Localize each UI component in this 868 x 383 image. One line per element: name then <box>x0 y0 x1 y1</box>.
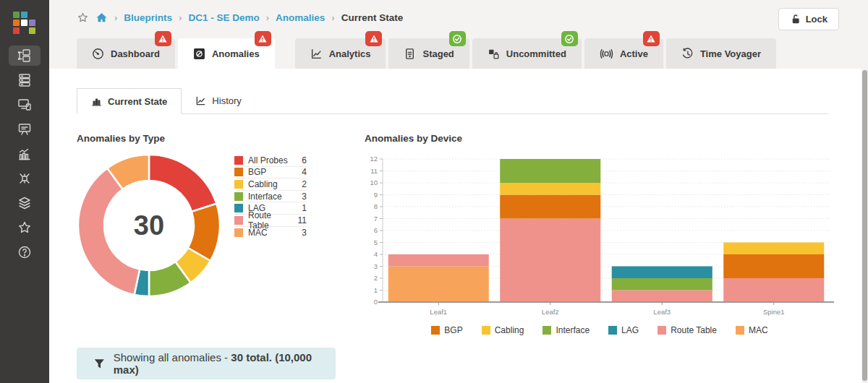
y-axis-tick-label: 2 <box>374 274 378 282</box>
y-axis-tick-label: 6 <box>374 226 378 234</box>
anomalies-by-device-bar-chart[interactable]: 0123456789101112Leaf1Leaf2Leaf3Spine1 <box>365 153 835 319</box>
legend-swatch <box>234 204 243 212</box>
sidebar-item-resources[interactable] <box>9 119 41 139</box>
legend-count: 3 <box>302 192 307 202</box>
bar-spine1-cabling[interactable] <box>723 243 824 255</box>
legend-count: 1 <box>302 203 307 213</box>
bar-leaf3-interface[interactable] <box>612 278 712 291</box>
sidebar-item-favorites[interactable] <box>9 218 41 238</box>
legend-label: LAG <box>621 325 639 335</box>
bar-leaf2-interface[interactable] <box>500 159 600 183</box>
bar-leaf3-route-table[interactable] <box>612 291 712 303</box>
sidebar-item-platform[interactable] <box>9 193 41 213</box>
bar-legend-item-mac: MAC <box>736 325 768 335</box>
legend-item-interface: Interface3 <box>234 191 307 203</box>
tab-staged[interactable]: Staged <box>388 38 469 69</box>
legend-swatch <box>234 156 243 165</box>
bar-spine1-bgp[interactable] <box>723 254 824 278</box>
lock-button[interactable]: Lock <box>778 8 839 30</box>
y-axis-tick-label: 5 <box>374 238 378 246</box>
tab-history[interactable]: History <box>182 87 255 113</box>
error-badge <box>643 31 660 46</box>
help-icon <box>16 244 33 261</box>
line-chart-icon <box>195 95 206 106</box>
tab-uncommitted[interactable]: Uncommitted <box>472 38 582 69</box>
history-icon <box>681 48 694 60</box>
legend-swatch <box>234 216 243 225</box>
legend-count: 11 <box>298 215 307 225</box>
bar-leaf2-cabling[interactable] <box>500 183 600 195</box>
y-axis-tick-label: 4 <box>374 250 378 258</box>
x-axis-category-label: Leaf2 <box>542 308 559 316</box>
sidebar-item-help[interactable] <box>9 242 41 262</box>
bar-leaf2-bgp[interactable] <box>500 195 600 219</box>
favorite-star-icon[interactable] <box>77 12 89 24</box>
line-chart-icon <box>310 48 323 60</box>
broadcast-icon <box>600 48 613 60</box>
packages-icon <box>488 48 500 60</box>
charts-row: Anomalies by Type 30 All Probes6BGP4Cabl… <box>77 133 868 335</box>
bar-chart-legend: BGPCablingInterfaceLAGRoute TableMAC <box>365 325 835 335</box>
bar-spine1-route-table[interactable] <box>723 278 824 302</box>
sidebar-nav <box>9 46 41 262</box>
app-window: › Blueprints › DC1 - SE Demo › Anomalies… <box>0 0 868 383</box>
y-axis-tick-label: 7 <box>374 215 378 223</box>
design-icon <box>16 96 33 113</box>
y-axis-tick-label: 0 <box>374 298 378 306</box>
lock-icon <box>790 14 801 25</box>
sidebar-item-external-systems[interactable] <box>9 168 41 189</box>
scrollbar-thumb[interactable] <box>862 70 867 381</box>
bar-legend-item-route-table: Route Table <box>658 325 717 335</box>
external-systems-icon <box>16 170 33 187</box>
sidebar-item-analytics[interactable] <box>9 144 41 164</box>
success-badge <box>449 31 466 46</box>
filter-summary-text: Showing all anomalies - 30 total. (10,00… <box>114 351 336 376</box>
breadcrumb: › Blueprints › DC1 - SE Demo › Anomalies… <box>49 0 868 24</box>
gauge-icon <box>92 48 104 60</box>
filter-funnel-icon <box>94 358 105 369</box>
tab-anomalies[interactable]: Anomalies <box>178 38 275 69</box>
breadcrumb-link-blueprints[interactable]: Blueprints <box>124 12 172 23</box>
bar-leaf1-route-table[interactable] <box>388 254 489 267</box>
legend-item-cabling: Cabling2 <box>234 178 307 191</box>
vertical-scrollbar[interactable] <box>861 69 868 383</box>
legend-count: 4 <box>302 167 307 177</box>
tab-current-state[interactable]: Current State <box>77 88 182 114</box>
tab-active[interactable]: Active <box>584 38 663 69</box>
donut-segment-route-table[interactable] <box>78 168 140 295</box>
anomaly-subtabs: Current State History <box>77 87 829 114</box>
legend-swatch <box>608 326 617 335</box>
legend-swatch <box>482 326 490 335</box>
tab-analytics[interactable]: Analytics <box>295 38 386 69</box>
bar-chart-icon <box>91 96 102 107</box>
bar-leaf1-mac[interactable] <box>388 267 489 303</box>
anomalies-icon <box>193 48 205 60</box>
tab-dashboard[interactable]: Dashboard <box>77 38 175 69</box>
error-badge <box>365 31 382 46</box>
anomalies-by-device-section: Anomalies by Device 0123456789101112Leaf… <box>365 133 835 335</box>
legend-label: BGP <box>248 167 266 177</box>
bar-legend-item-bgp: BGP <box>431 325 462 335</box>
legend-label: Cabling <box>495 325 524 335</box>
sidebar-item-blueprints[interactable] <box>9 46 41 66</box>
legend-swatch <box>542 326 551 335</box>
anomalies-by-type-donut-chart[interactable] <box>77 153 221 298</box>
bar-leaf2-route-table[interactable] <box>500 219 600 303</box>
sidebar-item-devices[interactable] <box>9 70 41 90</box>
y-axis-tick-label: 3 <box>374 262 378 270</box>
donut-segment-all-probes[interactable] <box>149 155 216 212</box>
breadcrumb-link-blueprint-name[interactable]: DC1 - SE Demo <box>188 12 259 23</box>
breadcrumb-link-anomalies[interactable]: Anomalies <box>276 12 325 23</box>
legend-label: Interface <box>248 192 282 202</box>
sidebar-item-design[interactable] <box>9 95 41 115</box>
home-icon[interactable] <box>95 12 108 24</box>
x-axis-category-label: Leaf1 <box>430 308 447 316</box>
y-axis-tick-label: 1 <box>374 286 378 294</box>
tab-time-voyager[interactable]: Time Voyager <box>666 38 776 69</box>
error-badge <box>255 31 271 46</box>
filter-summary: Showing all anomalies - 30 total. (10,00… <box>77 348 336 379</box>
document-icon <box>404 48 416 60</box>
bar-leaf3-lag[interactable] <box>612 267 712 279</box>
y-axis-tick-label: 8 <box>374 202 378 210</box>
apstra-logo-icon[interactable] <box>13 12 37 35</box>
